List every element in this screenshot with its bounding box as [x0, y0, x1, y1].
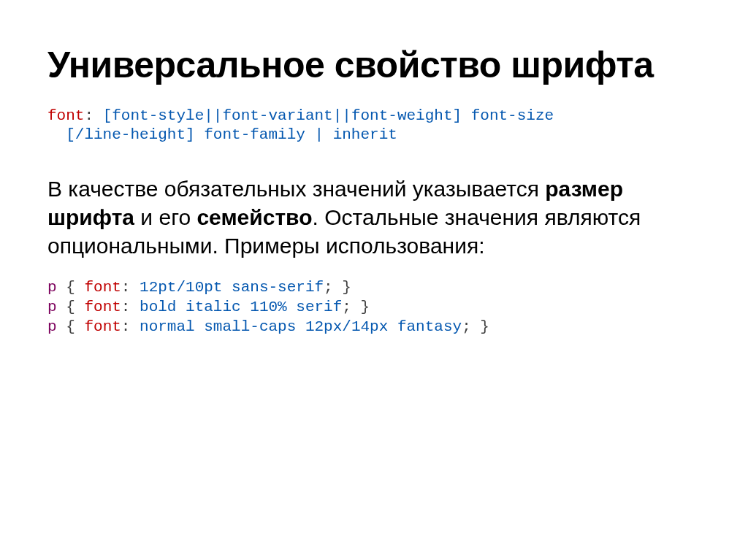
syntax-property: font [47, 107, 84, 124]
syntax-block: font: [font-style||font-variant||font-we… [47, 107, 711, 145]
example-lbrace: { [57, 279, 85, 296]
syntax-line2: [/line-height] font-family | inherit [47, 126, 397, 143]
example-colon: : [121, 279, 131, 296]
example-value: normal small-caps 12px/14px fantasy [130, 318, 462, 335]
example-lbrace: { [57, 318, 85, 335]
syntax-colon: : [84, 107, 94, 124]
example-value: 12pt/10pt sans-serif [130, 279, 324, 296]
example-lbrace: { [57, 299, 85, 315]
examples-block: p { font: 12pt/10pt sans-serif; } p { fo… [47, 277, 711, 337]
example-property: font [84, 299, 121, 315]
example-property: font [84, 318, 121, 335]
example-property: font [84, 279, 121, 296]
example-selector: p [47, 279, 57, 296]
example-rbrace: ; } [342, 299, 370, 315]
description-paragraph: В качестве обязательных значений указыва… [47, 174, 690, 260]
example-value: bold italic 110% serif [130, 299, 342, 315]
example-colon: : [121, 299, 131, 315]
example-colon: : [121, 318, 131, 335]
example-selector: p [47, 318, 57, 335]
example-rbrace: ; } [462, 318, 489, 335]
para-bold-2: семейство [196, 205, 312, 229]
para-text-1: В качестве обязательных значений указыва… [47, 177, 545, 201]
example-selector: p [47, 299, 57, 315]
para-text-2: и его [134, 205, 196, 229]
slide: Универсальное свойство шрифта font: [fon… [0, 0, 748, 337]
page-title: Универсальное свойство шрифта [47, 44, 711, 86]
example-rbrace: ; } [324, 279, 351, 296]
syntax-line1: [font-style||font-variant||font-weight] … [94, 107, 554, 124]
